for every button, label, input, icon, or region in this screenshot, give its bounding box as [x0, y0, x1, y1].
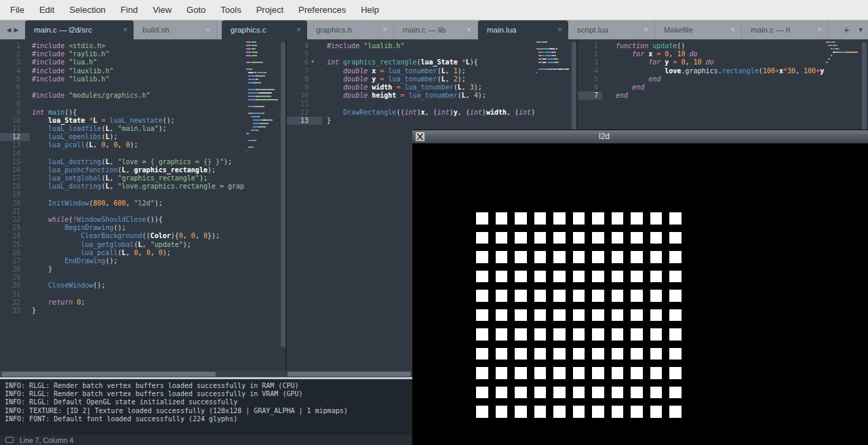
tab-main.lua[interactable]: main.lua×	[478, 20, 568, 39]
code-line: double y = lua_tonumber(L, 2);	[327, 75, 534, 83]
line-number: 13	[0, 141, 30, 149]
tab-graphics.c[interactable]: graphics.c×	[222, 20, 307, 39]
new-tab-button[interactable]: +	[840, 20, 854, 39]
grid-square	[631, 348, 643, 360]
tab-label: build.sh	[142, 26, 200, 34]
close-icon[interactable]: ×	[467, 20, 471, 39]
grid-square	[631, 387, 643, 399]
minimap[interactable]	[536, 41, 572, 75]
code-area[interactable]: #include "lualib.h"int graphics_rectangl…	[287, 42, 534, 125]
grid-square	[650, 328, 663, 341]
hscroll-thumb-middle-pane[interactable]	[288, 372, 411, 376]
grid-square	[534, 290, 547, 302]
menu-view[interactable]: View	[145, 0, 179, 20]
line-number: 11	[0, 125, 30, 133]
close-icon[interactable]: ×	[382, 20, 387, 39]
grid-square	[592, 290, 604, 302]
minimap-line	[246, 72, 280, 73]
line-number: 4	[578, 67, 602, 75]
minimap-line	[246, 99, 280, 100]
code-area[interactable]: #include <stdio.h>#include "raylib.h"#in…	[0, 42, 244, 315]
tab-graphics.h[interactable]: graphics.h×	[307, 20, 394, 39]
grid-square	[592, 348, 604, 360]
line-number: 20	[0, 199, 30, 208]
editor-pane-main.c: 1234567891011121314151617181920212223242…	[0, 39, 285, 377]
code-line: for y = 0, 10 do	[616, 58, 824, 66]
minimap-line	[246, 58, 280, 60]
horizontal-scrollbar[interactable]	[0, 370, 412, 377]
grid-square	[553, 309, 566, 322]
close-icon[interactable]: ×	[817, 20, 822, 39]
tab-main.c-rl[interactable]: main.c — rl×	[742, 20, 829, 39]
close-icon[interactable]: ×	[123, 20, 127, 39]
minimap-line	[826, 62, 863, 63]
grid-square	[496, 348, 508, 360]
grid-square	[669, 406, 682, 418]
menu-goto[interactable]: Goto	[179, 0, 213, 20]
minimap[interactable]	[826, 41, 863, 65]
code-line	[327, 50, 534, 58]
minimap-line	[536, 62, 572, 63]
menu-file[interactable]: File	[3, 0, 32, 20]
grid-square	[650, 406, 663, 418]
minimap-line	[246, 65, 280, 66]
menu-edit[interactable]: Edit	[32, 0, 62, 20]
code-area[interactable]: function update() for x = 0, 10 do for y…	[578, 42, 824, 100]
grid-square	[631, 328, 643, 341]
menu-tools[interactable]: Tools	[213, 0, 248, 20]
vertical-scrollbar[interactable]	[281, 42, 285, 347]
minimap-line	[536, 41, 572, 43]
minimap-line	[246, 119, 280, 121]
tab-label: graphics.c	[231, 26, 291, 34]
code-line: lua_pushcfunction(L, graphics_rectangle)…	[32, 166, 244, 174]
line-number: 31	[0, 290, 30, 298]
grid-square	[515, 290, 527, 302]
menu-help[interactable]: Help	[353, 0, 387, 20]
line-number-gutter: 1234567891011121314151617181920212223242…	[0, 42, 30, 315]
menu-selection[interactable]: Selection	[62, 0, 113, 20]
minimap-line	[826, 55, 863, 56]
code-line: DrawRectangle((int)x, (int)y, (int)width…	[327, 109, 534, 117]
fold-arrow-icon[interactable]: ▼	[311, 59, 314, 64]
minimap-line	[826, 58, 863, 60]
close-icon[interactable]: ×	[644, 20, 648, 39]
grid-square	[573, 232, 585, 244]
code-line	[32, 149, 244, 157]
code-line: lua_pcall(L, 0, 0, 0);	[32, 141, 244, 149]
grid-square	[496, 232, 508, 244]
grid-square	[496, 212, 508, 225]
grid-square	[515, 367, 527, 379]
tab-build.sh[interactable]: build.sh×	[134, 20, 217, 39]
line-number: 3	[0, 58, 30, 66]
tab-Makefile[interactable]: Makefile×	[655, 20, 742, 39]
grid-square	[650, 367, 663, 379]
code-line: luaL_loadfile(L, "main.lua");	[32, 125, 244, 133]
tab-script.lua[interactable]: script.lua×	[568, 20, 655, 39]
close-icon[interactable]: ×	[296, 20, 301, 39]
l2d-titlebar[interactable]: l2d	[412, 130, 868, 144]
minimap-line	[246, 45, 280, 46]
minimap-line	[246, 130, 280, 131]
code-line: int main(){	[32, 109, 244, 117]
menu-find[interactable]: Find	[113, 0, 145, 20]
grid-square	[669, 328, 682, 341]
menu-project[interactable]: Project	[249, 0, 291, 20]
grid-square	[612, 212, 624, 225]
tab-main.c-l2d-src[interactable]: main.c — l2d/src×	[25, 20, 134, 39]
x11-logo-icon[interactable]	[415, 132, 425, 142]
hscroll-thumb-left-pane[interactable]	[1, 372, 216, 376]
tab-main.c-lib[interactable]: main.c — lib×	[394, 20, 478, 39]
grid-square	[515, 212, 527, 225]
close-icon[interactable]: ×	[557, 20, 562, 39]
tab-overflow-button[interactable]: ▼	[854, 20, 868, 39]
tab-scroll-left-icon[interactable]: ◀	[7, 26, 12, 33]
tab-scroll-right-icon[interactable]: ▶	[14, 26, 19, 33]
menu-preferences[interactable]: Preferences	[291, 0, 353, 20]
line-number-gutter: 1234567	[578, 42, 602, 100]
close-icon[interactable]: ×	[205, 20, 210, 39]
close-icon[interactable]: ×	[730, 20, 735, 39]
minimap[interactable]	[246, 41, 280, 153]
grid-square	[612, 309, 624, 322]
code-line: #include "raylib.h"	[32, 50, 244, 58]
grid-square	[534, 406, 547, 418]
